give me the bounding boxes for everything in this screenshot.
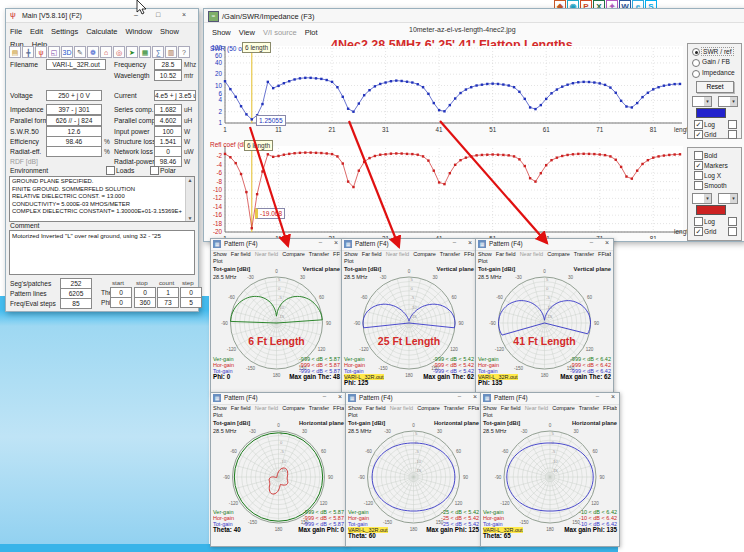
- pattern-close-button[interactable]: ×: [611, 393, 615, 400]
- refl-smooth-checkbox[interactable]: [694, 181, 703, 190]
- pattern-close-button[interactable]: ×: [605, 239, 609, 246]
- pattern-menu-fftab[interactable]: FFtab: [598, 251, 611, 257]
- dropdown-1[interactable]: ▾: [718, 96, 738, 107]
- checkbox-polar[interactable]: [150, 166, 159, 175]
- pattern-menu-show[interactable]: Show: [344, 251, 358, 257]
- pattern-menu-transfer[interactable]: Transfer: [440, 251, 460, 257]
- pattern-close-button[interactable]: ×: [334, 239, 338, 246]
- swr-log-extra-checkbox[interactable]: [728, 120, 737, 129]
- pattern-menu-show[interactable]: Show: [213, 405, 227, 411]
- dropdown-0[interactable]: ▾: [692, 193, 712, 204]
- refl-bold-checkbox[interactable]: [694, 151, 703, 160]
- scroll-down-icon[interactable]: ▼: [186, 215, 194, 221]
- sweep-cell[interactable]: 5: [180, 297, 202, 308]
- reset-button[interactable]: Reset: [696, 81, 734, 93]
- pattern-close-button[interactable]: ×: [338, 393, 342, 400]
- dropdown-0[interactable]: ▾: [692, 96, 712, 107]
- gain-menu-plot[interactable]: Plot: [305, 27, 318, 38]
- gain-menu-v-i-source[interactable]: V/I source: [263, 27, 297, 38]
- field-value-current[interactable]: 4.e5 + j 3.e5 uA: [154, 90, 196, 101]
- checkbox-loads[interactable]: [106, 166, 115, 175]
- pattern-menu-fftab[interactable]: FFtab: [333, 405, 344, 411]
- radio-swr-ref[interactable]: [692, 48, 700, 56]
- field-value-filename[interactable]: VARI-L_32R.out: [46, 59, 106, 70]
- environment-textbox[interactable]: GROUND PLANE SPECIFIED.FINITE GROUND. SO…: [9, 176, 195, 222]
- refl-log-extra-checkbox[interactable]: [728, 217, 737, 226]
- pattern-menu-plot[interactable]: Plot: [483, 412, 492, 418]
- pattern-menu-far-field[interactable]: Far field: [231, 251, 251, 257]
- field-value-wavelength[interactable]: 10.52: [154, 70, 182, 81]
- field-value-parallel-form[interactable]: 626 // - j 824: [46, 115, 102, 126]
- refl-trace-color-swatch[interactable]: [696, 205, 726, 215]
- refl-coef-chart[interactable]: -2-4-6-8-10-12-14-16-18-2011121314151617…: [208, 139, 686, 239]
- gain-menu-show[interactable]: Show: [212, 27, 231, 38]
- sweep-cell[interactable]: 0: [110, 297, 132, 308]
- pattern-menu-near-field[interactable]: Near field: [255, 251, 279, 257]
- pattern-menu-transfer[interactable]: Transfer: [444, 405, 464, 411]
- pattern-menu-near-field[interactable]: Near field: [525, 405, 549, 411]
- refl-grid-checkbox[interactable]: ✓: [694, 227, 703, 236]
- pattern-menu-compare[interactable]: Compare: [417, 405, 440, 411]
- pattern-menu-compare[interactable]: Compare: [413, 251, 436, 257]
- pattern-menu-fftab[interactable]: FFtab: [603, 405, 617, 411]
- pattern-menu-fftab[interactable]: FFtab: [333, 251, 340, 257]
- refl-log-x-checkbox[interactable]: [694, 171, 703, 180]
- pattern-menu-compare[interactable]: Compare: [547, 251, 570, 257]
- radio-gain-fb[interactable]: [692, 59, 700, 67]
- pattern-menu-far-field[interactable]: Far field: [496, 251, 516, 257]
- field-value-impedance[interactable]: 397 - j 301: [46, 104, 102, 115]
- pattern-menu-far-field[interactable]: Far field: [501, 405, 521, 411]
- pattern-close-button[interactable]: ×: [468, 239, 472, 246]
- sweep-cell[interactable]: 360: [134, 297, 156, 308]
- pattern-menu-plot[interactable]: Plot: [348, 412, 357, 418]
- pattern-menu-far-field[interactable]: Far field: [231, 405, 251, 411]
- pattern-menu-transfer[interactable]: Transfer: [574, 251, 594, 257]
- pattern-menu-plot[interactable]: Plot: [478, 258, 487, 264]
- gain-menu-view[interactable]: View: [239, 27, 255, 38]
- pattern-minimize-button[interactable]: –: [596, 393, 599, 399]
- pattern-menu-near-field[interactable]: Near field: [520, 251, 544, 257]
- pattern-menu-near-field[interactable]: Near field: [390, 405, 414, 411]
- pattern-minimize-button[interactable]: –: [323, 393, 326, 399]
- pattern-close-button[interactable]: ×: [473, 393, 477, 400]
- refl-log-checkbox[interactable]: [694, 217, 703, 226]
- field-value-parallel-comp-[interactable]: 4.602: [154, 115, 182, 126]
- pattern-menu-plot[interactable]: Plot: [344, 258, 353, 264]
- pattern-menu-show[interactable]: Show: [213, 251, 227, 257]
- pattern-menu-plot[interactable]: Plot: [213, 412, 222, 418]
- swr-trace-color-swatch[interactable]: [696, 108, 726, 118]
- pattern-minimize-button[interactable]: –: [319, 239, 322, 245]
- refl-markers-checkbox[interactable]: ✓: [694, 161, 703, 170]
- sweep-cell[interactable]: 73: [157, 297, 179, 308]
- field-value-frequency[interactable]: 28.5: [154, 59, 182, 70]
- pattern-menu-show[interactable]: Show: [348, 405, 362, 411]
- field-value-series-comp-[interactable]: 1.682: [154, 104, 182, 115]
- swr-grid-checkbox[interactable]: ✓: [694, 130, 703, 139]
- field-value-radiat-eff-[interactable]: [46, 146, 102, 157]
- pattern-menu-compare[interactable]: Compare: [552, 405, 575, 411]
- swr-log-checkbox[interactable]: ✓: [694, 120, 703, 129]
- radio-impedance[interactable]: [692, 70, 700, 78]
- pattern-menu-show[interactable]: Show: [483, 405, 497, 411]
- pattern-menu-compare[interactable]: Compare: [282, 405, 305, 411]
- pattern-menu-fftab[interactable]: FFtab: [468, 405, 479, 411]
- swr-grid-extra-checkbox[interactable]: [728, 130, 737, 139]
- pattern-menu-near-field[interactable]: Near field: [386, 251, 410, 257]
- pattern-menu-near-field[interactable]: Near field: [255, 405, 279, 411]
- pattern-minimize-button[interactable]: –: [590, 239, 593, 245]
- refl-grid-extra-checkbox[interactable]: [728, 227, 737, 236]
- field-value-voltage[interactable]: 250 + j 0 V: [46, 90, 102, 101]
- pattern-menu-far-field[interactable]: Far field: [366, 405, 386, 411]
- pattern-menu-far-field[interactable]: Far field: [362, 251, 382, 257]
- pattern-menu-plot[interactable]: Plot: [213, 258, 222, 264]
- pattern-menu-transfer[interactable]: Transfer: [579, 405, 599, 411]
- pattern-menu-transfer[interactable]: Transfer: [309, 405, 329, 411]
- comment-textbox[interactable]: Motorized Inverted "L" over real ground,…: [9, 230, 195, 275]
- pattern-menu-show[interactable]: Show: [478, 251, 492, 257]
- dropdown-1[interactable]: ▾: [718, 193, 738, 204]
- stat-value-freq-eval-steps[interactable]: 85: [60, 298, 92, 309]
- scroll-up-icon[interactable]: ▲: [186, 177, 194, 183]
- pattern-minimize-button[interactable]: –: [453, 239, 456, 245]
- pattern-menu-fftab[interactable]: FFtab: [464, 251, 474, 257]
- pattern-menu-compare[interactable]: Compare: [282, 251, 305, 257]
